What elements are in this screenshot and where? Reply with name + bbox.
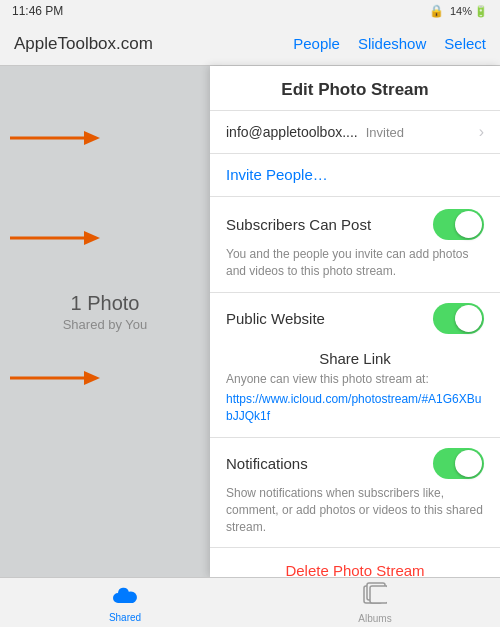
subscribers-can-post-row: Subscribers Can Post: [210, 197, 500, 246]
tab-bar: Shared Albums: [0, 577, 500, 627]
left-panel: 1 Photo Shared by You: [0, 66, 210, 577]
nav-title: AppleToolbox.com: [14, 34, 153, 54]
photo-sub: Shared by You: [63, 317, 148, 332]
tab-albums-label: Albums: [358, 613, 391, 624]
battery-percent: 14%: [450, 5, 472, 17]
subscribers-can-post-toggle[interactable]: [433, 209, 484, 240]
tab-albums[interactable]: Albums: [250, 578, 500, 627]
delete-row[interactable]: Delete Photo Stream: [210, 547, 500, 577]
status-time: 11:46 PM: [12, 4, 63, 18]
svg-marker-1: [84, 131, 100, 145]
tab-shared-label: Shared: [109, 612, 141, 623]
invite-row[interactable]: Invite People…: [210, 154, 500, 197]
subscribers-can-post-label: Subscribers Can Post: [226, 216, 371, 233]
notifications-row: Notifications: [210, 437, 500, 485]
status-bar: 11:46 PM 🔒 14% 🔋: [0, 0, 500, 22]
email-row[interactable]: info@appletoolbox.... Invited ›: [210, 111, 500, 154]
share-link-desc: Anyone can view this photo stream at:: [226, 371, 484, 388]
chevron-right-icon: ›: [479, 123, 484, 141]
slideshow-button[interactable]: Slideshow: [358, 35, 426, 52]
arrow-public: [10, 224, 100, 252]
popup-panel: Edit Photo Stream info@appletoolbox.... …: [210, 66, 500, 577]
invite-link[interactable]: Invite People…: [226, 166, 328, 183]
email-left: info@appletoolbox.... Invited: [226, 124, 404, 140]
share-link-url[interactable]: https://www.icloud.com/photostream/#A1G6…: [226, 391, 484, 425]
status-right: 🔒 14% 🔋: [429, 4, 488, 18]
photo-info: 1 Photo Shared by You: [63, 292, 148, 332]
toggle-knob-2: [455, 305, 482, 332]
battery-icon-symbol: 🔋: [474, 5, 488, 18]
invited-status: Invited: [366, 125, 404, 140]
notifications-toggle[interactable]: [433, 448, 484, 479]
lock-icon: 🔒: [429, 4, 444, 18]
subscribers-can-post-desc: You and the people you invite can add ph…: [210, 246, 500, 293]
public-website-toggle[interactable]: [433, 303, 484, 334]
share-link-section: Share Link Anyone can view this photo st…: [210, 340, 500, 437]
albums-icon: [363, 582, 387, 610]
battery-indicator: 14% 🔋: [450, 5, 488, 18]
popup-title: Edit Photo Stream: [210, 66, 500, 111]
cloud-icon: [112, 583, 138, 609]
notifications-label: Notifications: [226, 455, 308, 472]
photo-count: 1 Photo: [63, 292, 148, 315]
people-button[interactable]: People: [293, 35, 340, 52]
arrow-notifications: [10, 364, 100, 392]
email-address: info@appletoolbox....: [226, 124, 358, 140]
toggle-knob-3: [455, 450, 482, 477]
svg-marker-3: [84, 231, 100, 245]
tab-shared[interactable]: Shared: [0, 578, 250, 627]
svg-rect-8: [370, 586, 387, 603]
notifications-desc: Show notifications when subscribers like…: [210, 485, 500, 547]
share-link-title: Share Link: [226, 350, 484, 367]
arrow-invite: [10, 124, 100, 152]
public-website-label: Public Website: [226, 310, 325, 327]
toggle-knob: [455, 211, 482, 238]
nav-bar: AppleToolbox.com People Slideshow Select: [0, 22, 500, 66]
public-website-row: Public Website: [210, 293, 500, 340]
main-area: 1 Photo Shared by You Edit Phot: [0, 66, 500, 577]
nav-right-buttons: People Slideshow Select: [293, 35, 486, 52]
delete-photo-stream-button[interactable]: Delete Photo Stream: [285, 562, 424, 577]
select-button[interactable]: Select: [444, 35, 486, 52]
svg-marker-5: [84, 371, 100, 385]
